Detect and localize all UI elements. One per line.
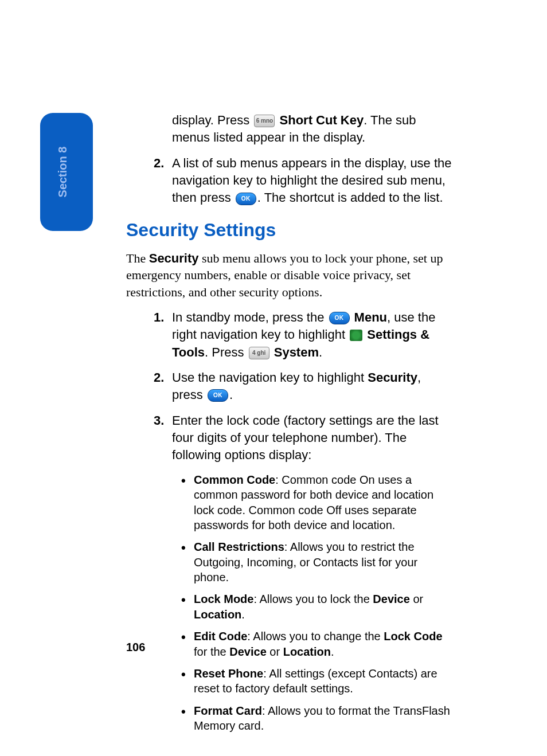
text: . (229, 387, 233, 402)
security-step-3: 3. Enter the lock code (factory settings… (126, 412, 453, 464)
security-option-list: Common Code: Common code On uses a commo… (126, 472, 453, 734)
option-title: Common Code (194, 473, 275, 486)
step-number: 2. (154, 155, 164, 172)
text: for the (194, 645, 229, 658)
text: . The shortcut is added to the list. (257, 190, 443, 205)
option-title: Reset Phone (194, 667, 263, 680)
text: . (319, 345, 322, 359)
text: . (331, 645, 334, 658)
page-content: display. Press 6 mno Short Cut Key. The … (126, 112, 453, 741)
manual-page: Section 8 display. Press 6 mno Short Cut… (0, 0, 547, 756)
step-number: 1. (154, 309, 164, 326)
option-common-code: Common Code: Common code On uses a commo… (126, 472, 453, 533)
option-lock-mode: Lock Mode: Allows you to lock the Device… (126, 592, 453, 622)
text: Use the navigation key to highlight (172, 370, 368, 385)
option-title: Call Restrictions (194, 540, 284, 553)
security-step-1: 1. In standby mode, press the OK Menu, u… (126, 309, 453, 361)
text: Enter the lock code (factory settings ar… (172, 413, 439, 463)
option-edit-code: Edit Code: Allows you to change the Lock… (126, 629, 453, 659)
text: . Press (205, 345, 248, 359)
step-2-top: 2. A list of sub menus appears in the di… (126, 155, 453, 207)
security-steps: 1. In standby mode, press the OK Menu, u… (126, 309, 453, 464)
device-bold: Device (229, 645, 267, 658)
shortcut-key-label: Short Cut Key (276, 113, 364, 127)
text: or (410, 593, 423, 605)
location-bold: Location (283, 645, 331, 658)
text: : Allows you to change the (247, 630, 384, 643)
option-call-restrictions: Call Restrictions: Allows you to restric… (126, 539, 453, 585)
device-bold: Device (373, 593, 410, 605)
step-display-continuation: display. Press 6 mno Short Cut Key. The … (126, 112, 453, 147)
text: : Allows you to lock the (253, 593, 373, 605)
option-title: Edit Code (194, 630, 247, 643)
page-number: 106 (126, 641, 145, 654)
text: In standby mode, press the (172, 310, 328, 324)
text: The (126, 251, 149, 265)
section-tab: Section 8 (40, 113, 93, 231)
security-step-2: 2. Use the navigation key to highlight S… (126, 369, 453, 404)
security-bold: Security (149, 251, 199, 265)
menu-bold: Menu (351, 310, 388, 324)
option-reset-phone: Reset Phone: All settings (except Contac… (126, 666, 453, 696)
ok-key-icon: OK (208, 389, 228, 402)
text: . (241, 608, 245, 621)
system-bold: System (271, 345, 319, 359)
option-format-card: Format Card: Allows you to format the Tr… (126, 703, 453, 734)
key-6-icon: 6 mno (254, 115, 275, 127)
text: or (267, 645, 283, 658)
security-intro-paragraph: The Security sub menu allows you to lock… (126, 250, 453, 301)
ok-key-icon: OK (329, 312, 350, 324)
key-4-icon: 4 ghi (249, 347, 269, 359)
section-tab-label: Section 8 (56, 147, 69, 198)
ok-key-icon: OK (236, 193, 256, 205)
option-title: Lock Mode (194, 593, 253, 605)
security-bold: Security (368, 370, 417, 385)
security-settings-heading: Security Settings (126, 220, 453, 241)
top-steps: display. Press 6 mno Short Cut Key. The … (126, 112, 453, 207)
option-title: Format Card (194, 704, 262, 717)
settings-tools-icon (350, 330, 362, 341)
text: display. Press (172, 113, 253, 127)
step-number: 2. (154, 369, 164, 386)
lock-code-bold: Lock Code (384, 630, 442, 643)
location-bold: Location (194, 608, 241, 621)
step-number: 3. (154, 412, 164, 429)
